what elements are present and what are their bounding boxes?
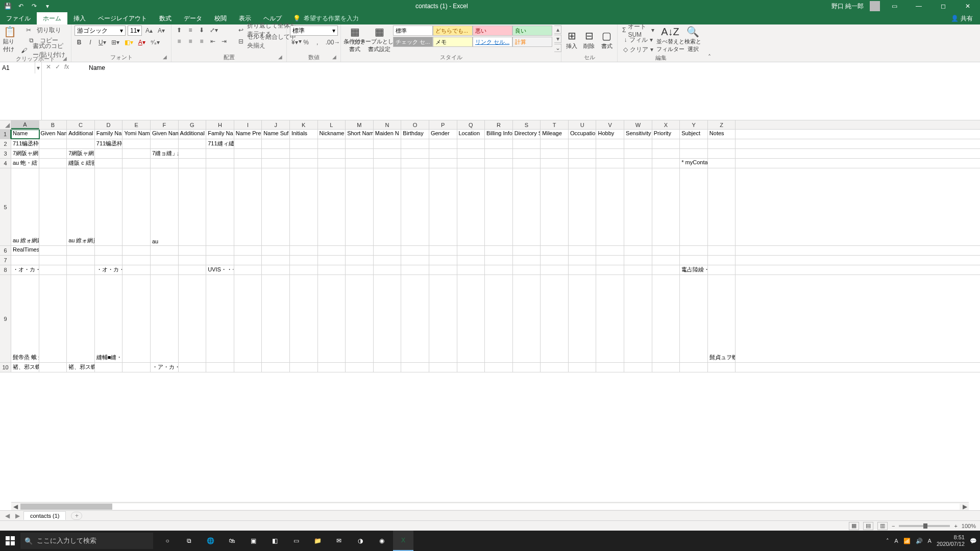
cell-F9[interactable] [151, 275, 179, 362]
cell-E7[interactable] [122, 256, 151, 265]
cell-B2[interactable] [39, 139, 67, 148]
cell-W8[interactable] [624, 265, 652, 274]
sheet-add-button[interactable]: + [71, 512, 82, 520]
align-top[interactable]: ⬆ [175, 26, 184, 35]
cell-N4[interactable] [374, 159, 402, 168]
cell-Q6[interactable] [457, 246, 485, 255]
decrease-indent[interactable]: ⇤ [208, 37, 217, 46]
cell-J7[interactable] [262, 256, 290, 265]
cell-T8[interactable] [541, 265, 569, 274]
cell-G8[interactable] [179, 265, 207, 274]
cell-R4[interactable] [485, 159, 513, 168]
align-center[interactable]: ≡ [186, 37, 195, 46]
cell-G9[interactable] [179, 275, 207, 362]
percent-format[interactable]: % [302, 38, 311, 47]
increase-decimal[interactable]: .00→ [324, 38, 342, 47]
column-header-M[interactable]: M [346, 120, 374, 129]
cell-C9[interactable] [67, 275, 95, 362]
tray-wifi-icon[interactable]: 📶 [903, 538, 911, 544]
cell-K3[interactable] [290, 149, 318, 158]
cell-E6[interactable] [122, 246, 151, 255]
cell-U1[interactable]: Occupatio [569, 130, 597, 139]
share-button[interactable]: 👤 共有 [944, 12, 980, 24]
cell-B6[interactable] [39, 246, 67, 255]
cell-J9[interactable] [262, 275, 290, 362]
cell-V1[interactable]: Hobby [596, 130, 624, 139]
cell-X4[interactable] [652, 159, 680, 168]
cell-G2[interactable] [179, 139, 207, 148]
cell-O6[interactable] [401, 246, 429, 255]
tray-ime-icon[interactable]: A [894, 538, 898, 544]
task-app3[interactable]: ▭ [286, 531, 306, 551]
cell-N5[interactable] [374, 168, 402, 245]
cell-N6[interactable] [374, 246, 402, 255]
tab-home[interactable]: ホーム [37, 12, 67, 24]
cell-T5[interactable] [541, 168, 569, 245]
zoom-in[interactable]: + [954, 523, 957, 529]
cell-G10[interactable] [179, 363, 207, 372]
font-launcher[interactable]: ◢ [163, 54, 167, 60]
cell-A1[interactable]: Name [11, 130, 39, 139]
name-box-input[interactable] [0, 62, 35, 73]
cell-Z6[interactable] [708, 246, 736, 255]
cell-L10[interactable] [318, 363, 346, 372]
cell-X1[interactable]: Priority [652, 130, 680, 139]
fill-color-button[interactable]: ◧▾ [123, 38, 135, 47]
cell-M7[interactable] [346, 256, 374, 265]
collapse-ribbon[interactable]: ˄ [704, 24, 715, 62]
tray-notifications-icon[interactable]: 💬 [970, 538, 977, 544]
cell-J3[interactable] [262, 149, 290, 158]
cell-B9[interactable] [39, 275, 67, 362]
cell-V5[interactable] [596, 168, 624, 245]
column-header-X[interactable]: X [652, 120, 680, 129]
paste-button[interactable]: 📋 貼り付け [3, 26, 16, 53]
cell-F1[interactable]: Given Nam [151, 130, 179, 139]
number-format-combo[interactable]: 標準▾ [290, 26, 338, 36]
cell-J4[interactable] [262, 159, 290, 168]
cell-R8[interactable] [485, 265, 513, 274]
cell-H5[interactable] [206, 168, 234, 245]
cell-V2[interactable] [596, 139, 624, 148]
cell-Q8[interactable] [457, 265, 485, 274]
cell-B8[interactable] [39, 265, 67, 274]
column-header-Q[interactable]: Q [457, 120, 485, 129]
cell-Z8[interactable] [708, 265, 736, 274]
cell-C6[interactable] [67, 246, 95, 255]
font-name-combo[interactable]: 游ゴシック▾ [75, 26, 126, 36]
cell-T3[interactable] [541, 149, 569, 158]
hscroll-right[interactable]: ▶ [961, 503, 969, 510]
cancel-formula-icon[interactable]: ✕ [46, 63, 51, 70]
cell-P10[interactable] [429, 363, 457, 372]
cell-S5[interactable] [513, 168, 541, 245]
column-header-J[interactable]: J [262, 120, 290, 129]
cell-S10[interactable] [513, 363, 541, 372]
cell-P4[interactable] [429, 159, 457, 168]
cell-X5[interactable] [652, 168, 680, 245]
increase-font-size[interactable]: A▴ [144, 26, 154, 35]
cell-A6[interactable]: RealTimes RealTimes [11, 246, 39, 255]
cell-X10[interactable] [652, 363, 680, 372]
row-header-2[interactable]: 2 [0, 139, 11, 148]
cell-Y7[interactable] [680, 256, 708, 265]
cell-I2[interactable] [234, 139, 262, 148]
cell-B5[interactable] [39, 168, 67, 245]
cell-Q5[interactable] [457, 168, 485, 245]
cell-J2[interactable] [262, 139, 290, 148]
row-header-10[interactable]: 10 [0, 363, 11, 372]
column-header-D[interactable]: D [95, 120, 123, 129]
row-header-9[interactable]: 9 [0, 275, 11, 362]
cell-Q9[interactable] [457, 275, 485, 362]
cell-D9[interactable]: 縫輔■縫・縫ゆ♀縫ョ [95, 275, 123, 362]
cell-Z2[interactable] [708, 139, 736, 148]
cell-K9[interactable] [290, 275, 318, 362]
styles-scroll-up[interactable]: ▴ [554, 26, 561, 34]
column-header-E[interactable]: E [122, 120, 151, 129]
cell-M6[interactable] [346, 246, 374, 255]
cell-T7[interactable] [541, 256, 569, 265]
column-header-S[interactable]: S [513, 120, 541, 129]
cell-O8[interactable] [401, 265, 429, 274]
cell-D2[interactable]: 711蝙丞枠縺俊そ網り繕ソ網シ [95, 139, 123, 148]
cell-K5[interactable] [290, 168, 318, 245]
column-header-I[interactable]: I [234, 120, 262, 129]
cell-H6[interactable] [206, 246, 234, 255]
